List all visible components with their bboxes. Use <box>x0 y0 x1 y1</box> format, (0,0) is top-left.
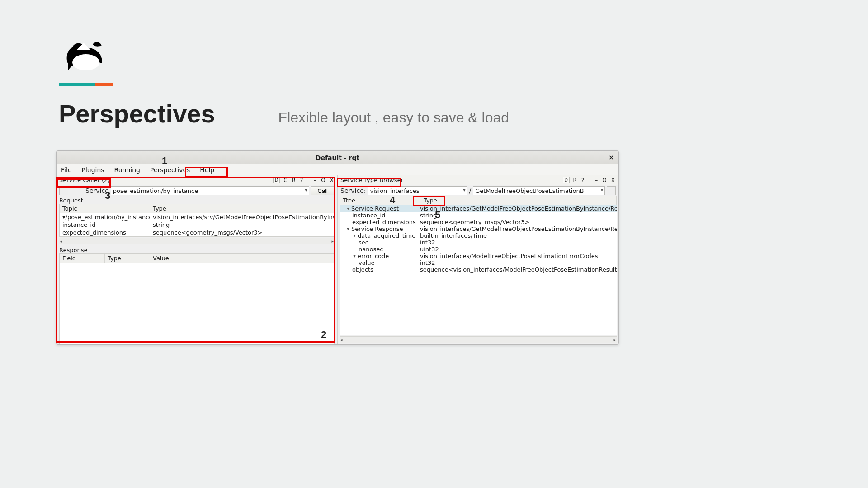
panel-title: Service Type Browser <box>340 177 560 183</box>
col-value[interactable]: Value <box>150 254 334 263</box>
service-type-selector[interactable]: GetModelFreeObjectPoseEstimationB <box>473 186 605 195</box>
window-title: Default - rqt <box>316 154 359 161</box>
panel-float-button[interactable]: O <box>320 177 326 183</box>
panel-help-button[interactable]: ? <box>580 177 585 183</box>
menu-file[interactable]: File <box>59 165 73 174</box>
slide-subtitle: Flexible layout , easy to save & load <box>278 109 509 126</box>
panel-c-button[interactable]: C <box>283 177 288 183</box>
col-type[interactable]: Type <box>150 204 334 213</box>
h-scrollbar[interactable]: ◂▸ <box>59 238 335 244</box>
chevron-down-icon[interactable]: ▾ <box>346 226 350 231</box>
tree-row[interactable]: nanosecuint32 <box>340 246 617 253</box>
call-button[interactable]: Call <box>311 186 335 195</box>
type-tree: Tree Type ▾Service Requestvision_interfa… <box>340 196 617 335</box>
panel-min-button[interactable]: – <box>313 177 317 183</box>
tree-row[interactable]: ▾error_codevision_interfaces/ModelFreeOb… <box>340 253 617 259</box>
tree-row[interactable]: ▾Service Requestvision_interfaces/GetMod… <box>340 205 617 212</box>
table-row[interactable]: instance_id string <box>60 221 334 229</box>
panel-d-button[interactable]: D <box>563 177 570 183</box>
logo <box>59 36 113 86</box>
panel-min-button[interactable]: – <box>594 177 599 183</box>
refresh-button[interactable] <box>59 186 68 195</box>
col-field[interactable]: Field <box>60 254 105 263</box>
col-type[interactable]: Type <box>420 196 617 205</box>
chevron-down-icon[interactable]: ▾ <box>352 233 357 238</box>
menu-running[interactable]: Running <box>113 165 142 174</box>
whale-logo-icon <box>59 36 113 81</box>
annotation-number-5: 5 <box>435 209 440 221</box>
annotation-number-1: 1 <box>162 155 167 167</box>
close-button[interactable]: × <box>609 154 614 161</box>
slash: / <box>469 187 471 194</box>
tree-row[interactable]: valueint32 <box>340 259 617 266</box>
tree-row[interactable]: secint32 <box>340 239 617 246</box>
table-row[interactable]: expected_dimensions sequence<geometry_ms… <box>60 229 334 236</box>
menu-perspectives[interactable]: Perspectives <box>148 165 192 174</box>
tree-row[interactable]: expected_dimensionssequence<geometry_msg… <box>340 219 617 225</box>
panel-close-button[interactable]: X <box>329 177 335 183</box>
service-label: Service: <box>340 187 366 194</box>
tree-row[interactable]: ▾Service Responsevision_interfaces/GetMo… <box>340 225 617 232</box>
svg-point-0 <box>72 54 99 70</box>
panel-r-button[interactable]: R <box>572 177 578 183</box>
response-label: Response <box>57 246 337 253</box>
tree-row[interactable]: instance_idstring <box>340 212 617 219</box>
extra-button[interactable] <box>607 186 616 195</box>
annotation-number-4: 4 <box>390 194 395 206</box>
tree-row[interactable]: ▾data_acquired_timebuiltin_interfaces/Ti… <box>340 232 617 239</box>
menu-help[interactable]: Help <box>198 165 216 174</box>
package-selector[interactable]: vision_interfaces <box>368 186 467 195</box>
panel-help-button[interactable]: ? <box>299 177 304 183</box>
panel-close-button[interactable]: X <box>610 177 616 183</box>
request-label: Request <box>57 196 337 204</box>
window-titlebar[interactable]: Default - rqt × <box>57 151 618 164</box>
col-topic[interactable]: Topic <box>60 204 150 213</box>
service-selector[interactable]: pose_estimation/by_instance <box>111 186 309 195</box>
panel-float-button[interactable]: O <box>601 177 607 183</box>
panel-title: Service Caller (2) <box>59 177 270 183</box>
chevron-down-icon[interactable]: ▾ <box>352 253 357 258</box>
slide-title: Perspectives <box>59 99 215 128</box>
col-type[interactable]: Type <box>105 254 150 263</box>
response-table: Field Type Value <box>59 253 335 344</box>
service-type-browser-panel: Service Type Browser D R ? – O X Service… <box>338 175 618 344</box>
col-tree[interactable]: Tree <box>340 196 420 205</box>
request-table: Topic Type ▾/pose_estimation/by_instance… <box>59 204 335 237</box>
tree-row[interactable]: objectssequence<vision_interfaces/ModelF… <box>340 266 617 273</box>
menubar: File Plugins Running Perspectives Help <box>57 164 618 175</box>
menu-plugins[interactable]: Plugins <box>80 165 106 174</box>
annotation-number-2: 2 <box>321 329 326 341</box>
panel-r-button[interactable]: R <box>291 177 297 183</box>
chevron-down-icon[interactable]: ▾ <box>346 206 350 211</box>
annotation-number-3: 3 <box>105 190 110 202</box>
service-caller-panel: Service Caller (2) D C R ? – O X Service… <box>57 175 338 344</box>
panel-d-button[interactable]: D <box>273 177 280 183</box>
table-row[interactable]: ▾/pose_estimation/by_instance vision_int… <box>60 213 334 221</box>
h-scrollbar[interactable]: ◂▸ <box>340 336 617 343</box>
rqt-window: Default - rqt × File Plugins Running Per… <box>56 150 619 345</box>
